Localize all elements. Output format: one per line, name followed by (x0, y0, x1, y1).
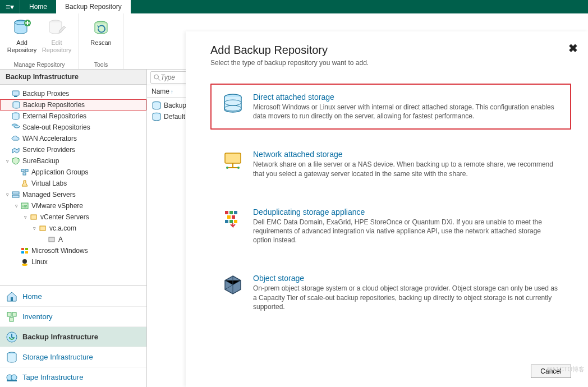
svg-rect-27 (11, 297, 13, 301)
nav-backup-infrastructure[interactable]: Backup Infrastructure (0, 326, 146, 347)
svg-point-36 (154, 75, 159, 79)
list-label: Backup (164, 102, 186, 109)
tree-item-external-repositories[interactable]: External Repositories (0, 110, 146, 122)
tree-item-backup-repositories[interactable]: Backup Repositories (0, 99, 146, 110)
tree-label: Linux (31, 258, 48, 266)
svg-rect-49 (229, 211, 233, 214)
svg-rect-52 (232, 215, 235, 219)
caret-down-icon[interactable]: ▿ (12, 203, 20, 209)
tree-item-datacenter[interactable]: A (0, 234, 146, 245)
tree-item-surebackup[interactable]: ▿SureBackup (0, 155, 146, 167)
option-desc: Network share on a file server or a NAS … (253, 160, 560, 178)
database-stack-icon (11, 123, 20, 131)
svg-rect-53 (225, 220, 228, 223)
tree-item-ms-windows[interactable]: Microsoft Windows (0, 245, 146, 256)
menubar: ≡▾ Home Backup Repository (0, 0, 588, 13)
home-icon (6, 290, 18, 302)
sort-asc-icon: ↑ (171, 89, 173, 95)
lab-icon (20, 179, 29, 187)
option-object-storage[interactable]: Object storage On-prem object storage sy… (210, 265, 571, 320)
svg-rect-21 (21, 248, 24, 250)
tree-item-service-providers[interactable]: Service Providers (0, 144, 146, 155)
tree-label: SureBackup (22, 157, 59, 165)
svg-rect-14 (12, 192, 19, 194)
linux-icon (20, 258, 29, 266)
option-desc: Dell EMC Data Domain, ExaGrid, HPE Store… (253, 218, 560, 245)
option-desc: On-prem object storage system or a cloud… (253, 284, 560, 311)
caret-down-icon[interactable]: ▿ (30, 225, 38, 231)
option-deduplicating-storage-appliance[interactable]: Deduplicating storage appliance Dell EMC… (210, 199, 571, 254)
tree-item-application-groups[interactable]: Application Groups (0, 167, 146, 178)
add-backup-repository-dialog: ✖ Add Backup Repository Select the type … (186, 31, 588, 387)
bottom-nav: Home Inventory Backup Infrastructure Sto… (0, 285, 146, 387)
tree-label: Virtual Labs (31, 179, 67, 187)
nav-label: Storage Infrastructure (22, 353, 93, 361)
dedup-icon (222, 208, 244, 230)
tree-label: vc.a.com (49, 224, 76, 232)
svg-rect-54 (229, 220, 233, 223)
app-menu-button[interactable]: ≡▾ (0, 0, 20, 13)
tree: Backup Proxies Backup Repositories Exter… (0, 85, 146, 271)
tab-backup-repository[interactable]: Backup Repository (56, 0, 131, 13)
svg-rect-5 (12, 91, 19, 95)
col-name[interactable]: Name↑ (151, 87, 173, 95)
windows-icon (20, 247, 29, 255)
database-edit-icon (47, 18, 66, 37)
tree-item-vmware-vsphere[interactable]: ▿vmVMware vSphere (0, 200, 146, 211)
svg-rect-35 (7, 380, 17, 381)
tree-item-backup-proxies[interactable]: Backup Proxies (0, 88, 146, 99)
dialog-footer: Cancel (210, 361, 571, 378)
option-network-attached-storage[interactable]: Network attached storage Network share o… (210, 141, 571, 187)
ribbon-group-tools: Rescan Tools (79, 13, 123, 69)
svg-rect-20 (49, 237, 54, 242)
tree-label: Service Providers (22, 146, 75, 154)
database-icon (151, 101, 162, 110)
svg-rect-48 (225, 211, 228, 214)
nav-label: Home (22, 292, 42, 301)
caret-down-icon[interactable]: ▿ (3, 192, 11, 197)
tree-item-wan-accelerators[interactable]: WAN Accelerators (0, 133, 146, 144)
rescan-button[interactable]: Rescan (84, 16, 118, 48)
tree-item-managed-servers[interactable]: ▿Managed Servers (0, 189, 146, 200)
tape-icon (6, 371, 18, 384)
caret-down-icon[interactable]: ▿ (21, 214, 29, 220)
tree-label: vCenter Servers (40, 213, 89, 221)
close-button[interactable]: ✖ (568, 42, 578, 55)
tree-item-vcenter-host[interactable]: ▿vc.a.com (0, 223, 146, 234)
tree-item-virtual-labs[interactable]: Virtual Labs (0, 178, 146, 189)
tree-item-linux[interactable]: Linux (0, 256, 146, 268)
tab-home[interactable]: Home (20, 0, 56, 13)
inventory-icon (6, 311, 18, 323)
svg-rect-30 (10, 317, 13, 321)
option-title: Deduplicating storage appliance (253, 208, 560, 216)
tree-item-scaleout-repositories[interactable]: Scale-out Repositories (0, 122, 146, 133)
option-title: Object storage (253, 274, 560, 283)
option-desc: Microsoft Windows or Linux server with i… (253, 103, 560, 121)
nav-storage-infrastructure[interactable]: Storage Infrastructure (0, 347, 146, 367)
caret-down-icon[interactable]: ▿ (3, 158, 11, 164)
svg-rect-51 (227, 215, 231, 219)
vcenter-icon (29, 213, 38, 221)
option-direct-attached-storage[interactable]: Direct attached storage Microsoft Window… (210, 84, 571, 130)
ribbon-label: Edit Repository (42, 39, 72, 54)
svg-rect-13 (23, 173, 26, 175)
ribbon-group-label: Manage Repository (13, 60, 65, 68)
nav-inventory[interactable]: Inventory (0, 306, 146, 326)
apps-icon (20, 168, 29, 176)
svg-rect-43 (225, 153, 241, 163)
nav-home[interactable]: Home (0, 286, 146, 306)
tree-item-vcenter-servers[interactable]: ▿vCenter Servers (0, 211, 146, 223)
shield-icon (11, 157, 20, 165)
storage-infra-icon (6, 351, 18, 363)
proxy-icon (11, 90, 20, 98)
sidebar: Backup Infrastructure Backup Proxies Bac… (0, 70, 147, 387)
svg-rect-22 (25, 248, 28, 250)
svg-rect-12 (25, 169, 28, 172)
database-icon (12, 101, 21, 109)
nas-icon (222, 150, 244, 172)
datacenter-icon (47, 236, 56, 243)
ribbon-group-label: Tools (94, 60, 108, 68)
nav-tape-infrastructure[interactable]: Tape Infrastructure (0, 367, 146, 387)
svg-rect-6 (14, 96, 17, 97)
add-repository-button[interactable]: Add Repository (4, 16, 39, 55)
